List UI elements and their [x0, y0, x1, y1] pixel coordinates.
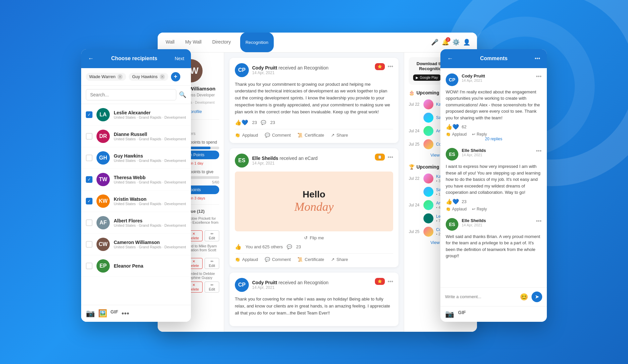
google-play-label: Google Play [420, 76, 438, 79]
list-item[interactable]: CW Cameron Williamson United States · Gr… [81, 234, 191, 255]
emoji-picker-button[interactable]: 😊 [520, 293, 528, 301]
search-icon[interactable]: 🔍 [179, 91, 186, 98]
more-icon[interactable]: ••• [121, 309, 129, 318]
more-options-icon[interactable]: ••• [388, 279, 393, 285]
chip-label: Guy Hawkins [132, 74, 158, 79]
checkbox[interactable]: ✓ [86, 111, 92, 118]
edit-button[interactable]: ✏ Edit [205, 230, 219, 241]
certificate-label: Certificate [305, 133, 324, 138]
list-item[interactable]: DR Dianne Russell United States · Grand … [81, 126, 191, 147]
comment-label: Comment [272, 257, 291, 262]
add-recipient-button[interactable]: + [171, 72, 180, 81]
checkbox[interactable] [86, 219, 92, 226]
applaud-action[interactable]: 👏 Applaud [446, 132, 467, 137]
feed-user-info: CP Cody Pruitt received an Recognition 1… [235, 278, 329, 292]
comment-avatar: ES [446, 148, 458, 161]
feed-text: Thank you for your commitment to growing… [235, 81, 393, 116]
flip-label: Flip me [310, 235, 324, 240]
certificate-icon: 📜 [297, 133, 303, 138]
comment-avatar: CP [446, 73, 458, 86]
more-options-icon[interactable]: ••• [536, 73, 542, 79]
flip-button[interactable]: ↺ Flip me [235, 235, 393, 240]
star-icon: ⭐ [378, 64, 382, 69]
tab-recognition[interactable]: Recognition [240, 33, 274, 53]
share-icon: ↗ [331, 257, 335, 262]
certificate-action[interactable]: 📜 Certificate [297, 257, 324, 262]
applaud-action[interactable]: 👏 Applaud [235, 133, 258, 138]
comment-user-info: ES Elle Sheilds 14 Apr, 2021 [446, 218, 486, 231]
image-icon[interactable]: 🖼️ [98, 309, 107, 318]
commenter-name: Cody Pruitt [462, 73, 485, 78]
reply-action[interactable]: ↩ Reply [472, 207, 487, 211]
list-item[interactable]: ✓ TW Theresa Webb United States · Grand … [81, 169, 191, 190]
right-back-button[interactable]: ← [447, 55, 453, 62]
comment-action[interactable]: 💬 Comment [265, 257, 291, 262]
ecard-image: Hello Monday [235, 172, 393, 231]
microphone-icon[interactable]: 🎤 [431, 39, 438, 46]
list-item[interactable]: EP Eleanor Pena [81, 255, 191, 277]
more-options-icon[interactable]: ••• [536, 218, 542, 224]
checkbox[interactable] [86, 155, 92, 161]
comment-input[interactable] [445, 294, 517, 299]
certificate-action[interactable]: 📜 Certificate [297, 133, 324, 138]
share-action[interactable]: ↗ Share [331, 257, 348, 262]
edit-button[interactable]: ✏ Edit [205, 258, 219, 269]
comment-date: 14 Apr, 2021 [462, 153, 486, 157]
replies-count[interactable]: 20 replies [446, 137, 542, 141]
comment-reactions: 👍💙 23 [446, 198, 542, 205]
checkbox[interactable]: ✓ [86, 176, 92, 183]
checkbox[interactable] [86, 241, 92, 248]
checkbox[interactable]: ✓ [86, 198, 92, 204]
gif-button[interactable]: GIF [110, 309, 118, 318]
more-options-icon[interactable]: ••• [535, 56, 540, 61]
comment-avatar: ES [446, 218, 458, 231]
list-item[interactable]: ✓ KW Kristin Watson United States · Gran… [81, 190, 191, 212]
notification-icon[interactable]: 🔔2 [442, 39, 449, 46]
checkbox[interactable] [86, 133, 92, 140]
recipient-name: Eleanor Pena [114, 263, 143, 269]
more-options-icon[interactable]: ••• [388, 154, 393, 160]
gif-button[interactable]: GIF [458, 310, 466, 318]
camera-icon[interactable]: 📷 [86, 309, 95, 318]
list-item[interactable]: AF Albert Flores United States · Grand R… [81, 212, 191, 234]
comment-header: CP Cody Pruitt 14 Apr, 2021 ••• [446, 73, 542, 86]
user-icon[interactable]: 👤 [463, 39, 470, 46]
milestone-avatar [423, 213, 433, 223]
comment-item: CP Cody Pruitt 14 Apr, 2021 ••• WOW! I'm… [446, 73, 542, 142]
edit-button[interactable]: ✏ Edit [205, 282, 219, 293]
send-comment-button[interactable]: ➤ [532, 292, 542, 302]
reply-icon: ↩ [472, 207, 475, 211]
applaud-label: Applaud [242, 133, 258, 138]
remove-chip-button[interactable]: ✕ [160, 74, 165, 79]
feed-actions: 👏 Applaud 💬 Comment 📜 Certificate ↗ [235, 129, 393, 138]
camera-icon[interactable]: 📷 [445, 310, 454, 318]
more-options-icon[interactable]: ••• [388, 63, 393, 69]
google-play-button[interactable]: ▶ Google Play [413, 74, 440, 81]
share-action[interactable]: ↗ Share [331, 133, 348, 138]
list-item[interactable]: ✓ LA Leslie Alexander United States · Gr… [81, 104, 191, 126]
remove-chip-button[interactable]: ✕ [117, 74, 123, 79]
tab-directory[interactable]: Directory [211, 33, 232, 53]
chip-guy-hawkins: Guy Hawkins ✕ [129, 73, 168, 81]
feed-avatar: CP [235, 63, 249, 77]
recipient-name: Guy Hawkins [114, 153, 186, 159]
feed-card-header: ES Elle Sheilds received an eCard 14 Apr… [235, 154, 393, 168]
recipient-info: Eleanor Pena [114, 263, 143, 269]
next-button[interactable]: Next [175, 56, 184, 61]
left-back-button[interactable]: ← [88, 55, 94, 62]
applaud-label: Applaud [242, 257, 258, 262]
reply-action[interactable]: ↩ Reply [472, 132, 487, 137]
left-panel-footer: 📷 🖼️ GIF ••• [81, 305, 191, 322]
emoji-reaction: 👍💙 [235, 119, 248, 126]
list-item[interactable]: GH Guy Hawkins United States · Grand Rap… [81, 147, 191, 169]
comment-header: ES Elle Sheilds 14 Apr, 2021 ••• [446, 218, 542, 231]
applaud-action[interactable]: 👏 Applaud [235, 257, 258, 262]
settings-icon[interactable]: ⚙️ [452, 39, 460, 46]
comment-action[interactable]: 💬 Comment [265, 133, 291, 138]
applaud-action[interactable]: 👏 Applaud [446, 207, 467, 211]
checkbox[interactable] [86, 263, 92, 269]
feed-card-header: CP Cody Pruitt received an Recognition 1… [235, 278, 393, 292]
more-options-icon[interactable]: ••• [536, 148, 542, 154]
comment-date: 14 Apr, 2021 [462, 78, 485, 82]
search-input[interactable] [86, 89, 176, 100]
